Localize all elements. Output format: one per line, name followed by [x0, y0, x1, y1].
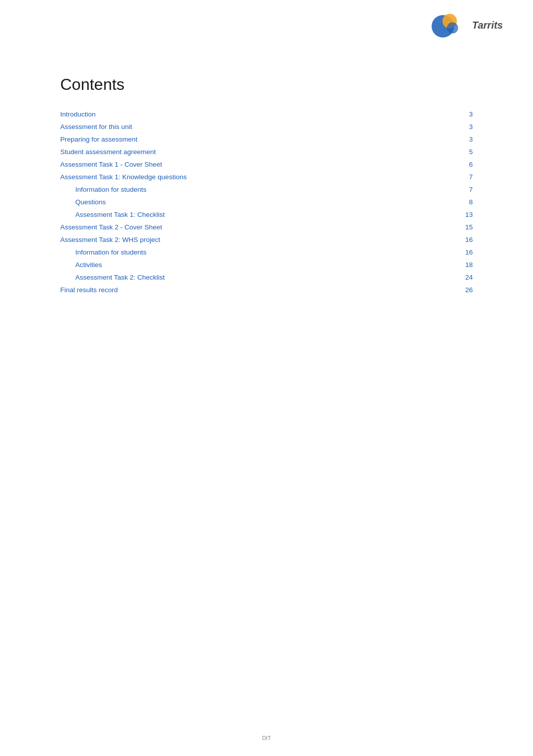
toc-dots	[160, 154, 459, 154]
page-container: Tarrits Contents Introduction3Assessment…	[0, 0, 533, 756]
toc-item: Questions8	[60, 196, 473, 208]
toc-item: Activities18	[60, 259, 473, 271]
logo-text: Tarrits	[472, 20, 503, 31]
toc-page-number: 16	[463, 248, 473, 256]
toc-dots	[191, 179, 459, 179]
svg-point-2	[447, 22, 458, 33]
toc-link[interactable]: Assessment for this unit	[60, 123, 132, 131]
toc-item: Introduction3	[60, 108, 473, 120]
toc-page-number: 8	[463, 198, 473, 206]
content-area: Contents Introduction3Assessment for thi…	[0, 75, 533, 296]
toc-dots	[166, 166, 459, 167]
toc-dots	[110, 204, 459, 204]
toc-link[interactable]: Assessment Task 2: Checklist	[75, 274, 165, 281]
toc-link[interactable]: Information for students	[75, 248, 147, 256]
toc-item: Final results record26	[60, 284, 473, 296]
toc-link[interactable]: Introduction	[60, 110, 96, 118]
toc-page-number: 26	[463, 286, 473, 294]
toc-page-number: 7	[463, 173, 473, 181]
toc-item: Assessment Task 1: Knowledge questions7	[60, 171, 473, 183]
toc-page-number: 13	[463, 211, 473, 218]
toc-page-number: 5	[463, 148, 473, 156]
toc-dots	[151, 254, 459, 255]
toc-page-number: 7	[463, 186, 473, 193]
toc-dots	[106, 267, 459, 267]
toc-list: Introduction3Assessment for this unit3Pr…	[60, 108, 473, 296]
toc-link[interactable]: Preparing for assessment	[60, 136, 138, 143]
toc-page-number: 16	[463, 236, 473, 243]
toc-item: Assessment for this unit3	[60, 120, 473, 133]
toc-page-number: 3	[463, 110, 473, 118]
footer-text: DIT	[262, 735, 271, 741]
toc-dots	[136, 129, 459, 129]
logo-area: Tarrits	[428, 10, 503, 40]
toc-link[interactable]: Final results record	[60, 286, 118, 294]
toc-dots	[151, 191, 459, 192]
toc-item: Assessment Task 1: Checklist13	[60, 208, 473, 221]
toc-page-number: 3	[463, 136, 473, 143]
toc-link[interactable]: Assessment Task 1: Checklist	[75, 211, 165, 218]
toc-dots	[164, 241, 459, 242]
toc-item: Assessment Task 2: Checklist24	[60, 271, 473, 284]
toc-page-number: 18	[463, 261, 473, 269]
toc-link[interactable]: Student assessment agreement	[60, 148, 156, 156]
toc-item: Information for students16	[60, 246, 473, 259]
toc-link[interactable]: Assessment Task 2 - Cover Sheet	[60, 223, 162, 231]
toc-item: Assessment Task 2 - Cover Sheet15	[60, 221, 473, 233]
toc-page-number: 15	[463, 223, 473, 231]
toc-dots	[166, 229, 459, 229]
toc-page-number: 3	[463, 123, 473, 131]
toc-dots	[122, 292, 459, 292]
toc-dots	[100, 116, 459, 116]
toc-link[interactable]: Questions	[75, 198, 106, 206]
toc-link[interactable]: Activities	[75, 261, 102, 269]
toc-item: Preparing for assessment3	[60, 133, 473, 146]
toc-page-number: 24	[463, 274, 473, 281]
toc-dots	[169, 279, 459, 280]
toc-item: Information for students7	[60, 183, 473, 196]
toc-page-number: 6	[463, 161, 473, 168]
toc-item: Assessment Task 2: WHS project16	[60, 233, 473, 246]
toc-dots	[142, 141, 459, 142]
contents-heading: Contents	[60, 75, 473, 94]
toc-link[interactable]: Assessment Task 1: Knowledge questions	[60, 173, 187, 181]
toc-link[interactable]: Assessment Task 2: WHS project	[60, 236, 160, 243]
toc-item: Student assessment agreement5	[60, 146, 473, 158]
toc-dots	[169, 216, 459, 217]
toc-item: Assessment Task 1 - Cover Sheet6	[60, 158, 473, 171]
toc-link[interactable]: Information for students	[75, 186, 147, 193]
logo-icon	[428, 10, 468, 40]
toc-link[interactable]: Assessment Task 1 - Cover Sheet	[60, 161, 162, 168]
